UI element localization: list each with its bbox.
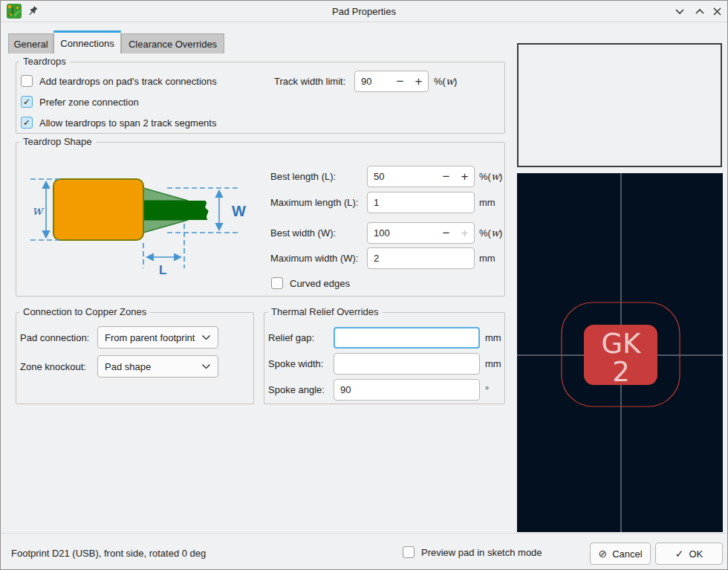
spoke-width-input[interactable]: [334, 353, 480, 375]
tab-connections[interactable]: Connections: [53, 30, 121, 54]
best-width-spin: − +: [367, 222, 475, 244]
track-width-limit-spin: − +: [354, 71, 429, 92]
cancel-button[interactable]: ⊘ Cancel: [590, 543, 651, 565]
curved-edges-checkbox[interactable]: [271, 277, 283, 289]
spoke-width-unit: mm: [485, 353, 501, 375]
minus-icon[interactable]: −: [437, 223, 455, 243]
max-length-input[interactable]: [367, 192, 475, 213]
teardrop-flank-top: [143, 188, 188, 201]
best-width-label: Best width (W):: [270, 222, 336, 244]
track-shape: [143, 201, 208, 220]
zone-knockout-select[interactable]: Pad shape: [97, 355, 218, 378]
close-icon: [713, 7, 721, 16]
pad-number-label: 2: [612, 356, 630, 388]
W-label: W: [232, 203, 246, 219]
window-title: Pad Properties: [1, 1, 727, 22]
teardrops-legend: Teardrops: [19, 56, 70, 67]
plus-icon[interactable]: +: [409, 71, 428, 91]
teardrop-flank-bottom: [143, 220, 188, 233]
check-icon: ✓: [675, 548, 684, 560]
spoke-angle-input[interactable]: [334, 379, 480, 401]
max-width-label: Maximum width (W):: [270, 247, 358, 269]
title-bar: Pad Properties: [1, 1, 727, 22]
tab-clearance-overrides[interactable]: Clearance Overrides: [121, 33, 224, 54]
ok-button[interactable]: ✓ OK: [655, 543, 723, 565]
cancel-icon: ⊘: [598, 548, 607, 560]
best-width-unit: %(w ): [479, 222, 502, 244]
tab-bar: General Connections Clearance Overrides: [1, 29, 513, 54]
add-teardrops-row: Add teardrops on pad's track connections: [21, 75, 217, 87]
pad-connection-select[interactable]: From parent footprint: [97, 326, 218, 349]
w-label: w: [32, 203, 45, 218]
prefer-zone-row: ✓ Prefer zone connection: [21, 96, 139, 108]
best-width-input[interactable]: [368, 227, 437, 239]
copper-zones-legend: Connection to Copper Zones: [19, 306, 150, 317]
spoke-width-label: Spoke width:: [268, 353, 323, 375]
teardrop-diagram: w W L: [22, 170, 252, 278]
max-width-input[interactable]: [367, 247, 475, 269]
minus-icon[interactable]: −: [437, 166, 455, 187]
tab-general[interactable]: General: [8, 33, 53, 54]
relief-gap-label: Relief gap:: [268, 327, 314, 349]
parent-footprint-preview: [517, 43, 722, 167]
teardrop-shape-legend: Teardrop Shape: [19, 136, 96, 147]
spoke-angle-unit: °: [485, 379, 489, 401]
pad-connection-label: Pad connection:: [20, 326, 89, 349]
preview-sketch-row: Preview pad in sketch mode: [403, 546, 542, 558]
maximize-button[interactable]: [692, 4, 708, 19]
zone-knockout-label: Zone knockout:: [20, 355, 86, 378]
allow-span-checkbox[interactable]: ✓: [21, 117, 33, 129]
max-length-label: Maximum length (L):: [270, 192, 358, 213]
curved-edges-row: Curved edges: [271, 277, 350, 289]
relief-gap-input[interactable]: [334, 327, 480, 349]
chevron-down-icon: [201, 334, 211, 340]
best-length-unit: %(w ): [479, 166, 502, 187]
max-length-unit: mm: [479, 192, 495, 213]
allow-span-row: ✓ Allow teardrops to span 2 track segmen…: [21, 117, 216, 129]
prefer-zone-checkbox[interactable]: ✓: [21, 96, 33, 108]
add-teardrops-checkbox[interactable]: [21, 75, 33, 87]
track-width-limit-row: Track width limit:: [274, 71, 345, 92]
plus-icon[interactable]: +: [455, 166, 474, 187]
chevron-down-icon: [675, 8, 685, 15]
track-width-limit-input[interactable]: [355, 76, 391, 87]
relief-gap-unit: mm: [485, 327, 501, 349]
minus-icon[interactable]: −: [391, 71, 409, 91]
best-length-spin: − +: [367, 166, 475, 187]
spoke-angle-label: Spoke angle:: [268, 379, 325, 401]
best-length-label: Best length (L):: [270, 166, 336, 187]
shade-button[interactable]: [672, 4, 688, 19]
max-width-unit: mm: [479, 247, 495, 269]
chevron-down-icon: [201, 363, 211, 369]
close-button[interactable]: [709, 4, 725, 19]
thermal-relief-legend: Thermal Relief Overrides: [267, 306, 383, 317]
track-width-limit-unit: %(w ): [434, 71, 457, 92]
chevron-up-icon: [695, 8, 705, 15]
pad-preview-canvas[interactable]: GK 2: [517, 173, 723, 532]
preview-sketch-checkbox[interactable]: [403, 546, 415, 558]
pad-net-label: GK: [602, 328, 643, 360]
footer-divider: [1, 533, 727, 534]
L-label: L: [159, 263, 166, 277]
footprint-status: Footprint D21 (USB), front side, rotated…: [11, 547, 206, 560]
best-length-input[interactable]: [368, 171, 437, 182]
pad-properties-dialog: Pad Properties General Connections Clear…: [0, 0, 728, 570]
pad-shape: [53, 179, 143, 240]
plus-icon[interactable]: +: [455, 223, 474, 243]
